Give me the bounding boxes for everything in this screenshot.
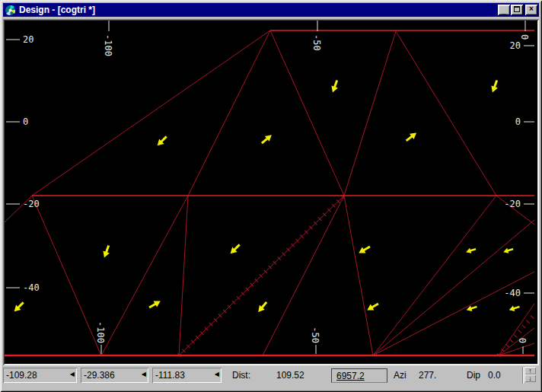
close-icon: × — [529, 5, 534, 13]
viewport-frame: 20 0 -20 -40 20 0 -20 -40 -100 -50 0 -10… — [3, 19, 539, 365]
azimuth-value: 277. — [419, 370, 436, 381]
dip-arrow-icon — [155, 134, 168, 148]
axis-ticks — [6, 21, 534, 354]
axis-label: -40 — [504, 288, 521, 298]
axis-labels: 20 0 -20 -40 20 0 -20 -40 -100 -50 0 -10… — [23, 34, 530, 343]
axis-label: 0 — [519, 34, 530, 40]
app-icon[interactable] — [5, 5, 16, 16]
axis-label: -20 — [23, 199, 40, 209]
dist-label: Dist: — [232, 370, 250, 381]
spinner-up-button[interactable]: ↑ — [524, 367, 536, 374]
coordinate-field-x[interactable]: -29.386 ◀ — [81, 368, 148, 383]
field-dropdown-icon[interactable]: ◀ — [70, 371, 75, 378]
spinner-down-button[interactable]: ↓ — [524, 374, 536, 382]
axis-label: -50 — [310, 327, 320, 343]
axis-label: 20 — [510, 40, 521, 51]
axis-label: 0 — [23, 116, 28, 127]
axis-label: -40 — [23, 282, 40, 293]
axis-label: -20 — [504, 199, 521, 209]
field-dropdown-icon[interactable]: ◀ — [215, 371, 219, 378]
coordinate-field-z[interactable]: -111.83 ◀ — [152, 368, 222, 383]
step-spinner: ↑ ↓ — [522, 367, 535, 384]
dip-arrow-icon — [466, 304, 478, 313]
axis-label: 0 — [515, 116, 521, 127]
dip-arrow-icon — [11, 300, 25, 314]
dip-value: 0.0 — [488, 370, 501, 381]
dip-arrow-icon — [148, 298, 162, 311]
axis-label: 20 — [23, 34, 33, 45]
minimize-icon: _ — [498, 6, 510, 14]
coordinate-value: -109.28 — [6, 370, 37, 381]
tin-main-lines — [5, 30, 534, 355]
dip-arrow-icon — [465, 247, 477, 255]
dip-arrow-icon — [357, 244, 371, 256]
axis-label: -100 — [103, 34, 113, 56]
coordinate-value: -29.386 — [84, 370, 115, 381]
arrow-up-icon: ↑ — [528, 367, 532, 374]
drawing-viewport[interactable]: 20 0 -20 -40 20 0 -20 -40 -100 -50 0 -10… — [5, 21, 537, 364]
titlebar[interactable]: Design - [cogtri *] _ × — [3, 3, 539, 17]
maximize-icon — [514, 6, 520, 12]
hatched-string-lines — [179, 196, 534, 355]
dip-arrow-icon — [256, 300, 269, 314]
minimize-button[interactable]: _ — [498, 5, 510, 15]
dip-arrow-icon — [509, 304, 521, 313]
coordinate-value: -111.83 — [155, 370, 185, 381]
dip-arrow-icon — [228, 242, 241, 256]
axis-label: -100 — [95, 321, 106, 343]
dip-arrow-icon — [489, 79, 500, 94]
window-title: Design - [cogtri *] — [19, 5, 95, 15]
dip-arrows — [11, 79, 520, 314]
maximize-button[interactable] — [511, 5, 523, 15]
dip-arrow-icon — [101, 244, 112, 259]
dist-value: 109.52 — [276, 370, 304, 381]
statusbar: -109.28 ◀ -29.386 ◀ -111.83 ◀ Dist: 109.… — [3, 366, 539, 384]
dip-arrow-icon — [404, 130, 419, 144]
arrow-down-icon: ↓ — [528, 374, 532, 382]
dip-label: Dip — [467, 370, 480, 381]
axis-label: -50 — [311, 34, 322, 51]
field-dropdown-icon[interactable]: ◀ — [142, 371, 146, 378]
axis-label: 0 — [517, 338, 528, 343]
tin-canvas[interactable]: 20 0 -20 -40 20 0 -20 -40 -100 -50 0 -10… — [5, 21, 534, 362]
azimuth-label: Azi — [394, 370, 406, 381]
grade-value: 6957.2 — [336, 371, 365, 381]
design-window: Design - [cogtri *] _ × — [0, 0, 542, 392]
coordinate-field-y[interactable]: -109.28 ◀ — [3, 368, 77, 383]
close-button[interactable]: × — [525, 5, 537, 15]
grade-field[interactable]: 6957.2 — [331, 368, 387, 383]
dip-arrow-icon — [502, 247, 514, 255]
dip-arrow-icon — [365, 301, 380, 313]
dip-arrow-icon — [260, 132, 274, 146]
tin-mesh-lines — [5, 30, 534, 355]
dip-arrow-icon — [330, 79, 340, 94]
